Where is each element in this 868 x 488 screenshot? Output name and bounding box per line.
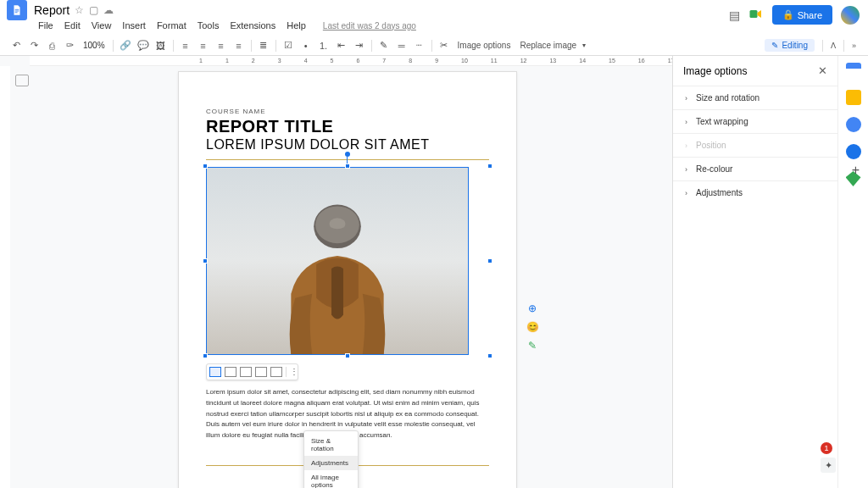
image-options-panel: Image options ✕ ›Size and rotation ›Text…	[672, 56, 837, 488]
line-spacing-icon[interactable]: ≣	[256, 38, 271, 53]
resize-handle[interactable]	[345, 353, 350, 358]
suggest-edit-icon[interactable]: ✎	[526, 339, 539, 352]
crop-icon[interactable]: ✂	[437, 38, 452, 53]
undo-icon[interactable]: ↶	[8, 38, 24, 53]
vertical-ruler[interactable]	[0, 66, 10, 488]
star-icon[interactable]: ☆	[75, 4, 84, 16]
cloud-icon[interactable]: ☁	[103, 4, 114, 16]
horizontal-ruler[interactable]: 11234567891011121314151617	[30, 56, 672, 66]
document-page[interactable]: COURSE NAME REPORT TITLE LOREM IPSUM DOL…	[178, 71, 517, 488]
panel-row-size-rotation[interactable]: ›Size and rotation	[673, 86, 837, 109]
rotate-handle[interactable]	[345, 152, 350, 157]
wrap-inline-icon[interactable]	[209, 367, 221, 377]
svg-rect-0	[15, 9, 19, 10]
resize-handle[interactable]	[487, 164, 492, 169]
menu-help[interactable]: Help	[282, 19, 310, 32]
svg-rect-3	[749, 10, 757, 18]
align-justify-icon[interactable]: ≡	[231, 38, 247, 53]
svg-rect-1	[15, 11, 19, 12]
resize-handle[interactable]	[203, 353, 208, 358]
comment-icon[interactable]: 💬	[136, 38, 151, 53]
calendar-icon[interactable]	[846, 63, 861, 78]
menu-extensions[interactable]: Extensions	[225, 19, 280, 32]
wrap-break-icon[interactable]	[240, 367, 252, 377]
meet-icon[interactable]	[748, 8, 764, 23]
pencil-icon: ✎	[771, 41, 778, 50]
image-context-menu: Size & rotation Adjustments All image op…	[303, 430, 359, 488]
outline-toggle-icon[interactable]	[15, 75, 29, 86]
menu-file[interactable]: File	[34, 19, 58, 32]
resize-handle[interactable]	[203, 164, 208, 169]
menu-edit[interactable]: Edit	[60, 19, 85, 32]
report-title-text: REPORT TITLE	[206, 117, 489, 136]
resize-handle[interactable]	[345, 164, 350, 169]
text-wrap-toolbar: ⋮	[206, 363, 298, 380]
menu-insert[interactable]: Insert	[118, 19, 150, 32]
wrap-text-icon[interactable]	[225, 367, 236, 377]
account-avatar[interactable]	[841, 6, 860, 25]
bulleted-list-icon[interactable]: •	[298, 38, 314, 53]
lock-icon: 🔒	[782, 9, 794, 20]
selected-image[interactable]	[206, 167, 489, 355]
keep-icon[interactable]	[846, 90, 861, 105]
divider-line	[206, 159, 489, 160]
panel-row-recolour[interactable]: ›Re-colour	[673, 157, 837, 180]
zoom-select[interactable]: 100%	[80, 41, 108, 50]
wrap-more-icon[interactable]: ⋮	[290, 367, 295, 377]
menu-all-image-options[interactable]: All image options	[304, 470, 358, 488]
menu-adjustments[interactable]: Adjustments	[304, 456, 358, 470]
paint-format-icon[interactable]: ✑	[62, 38, 77, 53]
wrap-behind-icon[interactable]	[255, 367, 267, 377]
add-comment-icon[interactable]: ⊕	[526, 302, 539, 315]
tasks-icon[interactable]	[846, 117, 861, 132]
panel-title: Image options	[683, 65, 747, 77]
align-right-icon[interactable]: ≡	[214, 38, 229, 53]
print-icon[interactable]: ⎙	[44, 38, 59, 53]
document-title[interactable]: Report	[34, 3, 70, 17]
decrease-indent-icon[interactable]: ⇤	[334, 38, 349, 53]
collapse-toolbar-icon[interactable]: ᐱ	[827, 42, 839, 50]
side-panel-rail	[837, 56, 868, 488]
menu-size-rotation[interactable]: Size & rotation	[304, 434, 358, 456]
menu-view[interactable]: View	[87, 19, 116, 32]
resize-handle[interactable]	[203, 258, 208, 263]
redo-icon[interactable]: ↷	[26, 38, 42, 53]
svg-rect-2	[15, 12, 18, 13]
border-dash-icon[interactable]: ┈	[412, 38, 427, 53]
panel-row-adjustments[interactable]: ›Adjustments	[673, 180, 837, 204]
comment-history-icon[interactable]: ▤	[729, 8, 740, 22]
toolbar: ↶ ↷ ⎙ ✑ 100% 🔗 💬 🖼 ≡ ≡ ≡ ≡ ≣ ☑ • 1. ⇤ ⇥ …	[0, 36, 868, 56]
border-weight-icon[interactable]: ═	[394, 38, 409, 53]
share-button[interactable]: 🔒 Share	[772, 5, 832, 25]
hide-sidebar-icon[interactable]: »	[849, 42, 860, 50]
editing-mode-button[interactable]: ✎ Editing	[765, 39, 815, 52]
course-name-text: COURSE NAME	[206, 108, 489, 115]
menu-format[interactable]: Format	[153, 19, 191, 32]
border-color-icon[interactable]: ✎	[376, 38, 392, 53]
menu-tools[interactable]: Tools	[193, 19, 224, 32]
increase-indent-icon[interactable]: ⇥	[352, 38, 367, 53]
numbered-list-icon[interactable]: 1.	[316, 38, 331, 53]
resize-handle[interactable]	[487, 258, 492, 263]
image-options-button[interactable]: Image options	[454, 41, 515, 50]
emoji-reaction-icon[interactable]: 😊	[526, 320, 539, 334]
explore-icon[interactable]: ✦	[821, 458, 836, 473]
align-center-icon[interactable]: ≡	[196, 38, 211, 53]
close-panel-icon[interactable]: ✕	[818, 64, 827, 77]
panel-row-text-wrapping[interactable]: ›Text wrapping	[673, 109, 837, 133]
insert-image-icon[interactable]: 🖼	[153, 38, 169, 53]
add-addon-icon[interactable]: +	[852, 163, 860, 178]
wrap-front-icon[interactable]	[270, 367, 282, 377]
resize-handle[interactable]	[487, 353, 492, 358]
last-edit-link[interactable]: Last edit was 2 days ago	[323, 21, 416, 30]
checklist-icon[interactable]: ☑	[281, 38, 296, 53]
move-icon[interactable]: ▢	[89, 4, 98, 16]
docs-logo[interactable]	[7, 0, 27, 20]
align-left-icon[interactable]: ≡	[178, 38, 193, 53]
contacts-icon[interactable]	[846, 144, 861, 159]
notification-badge[interactable]: 1	[821, 442, 832, 454]
replace-image-button[interactable]: Replace image	[516, 41, 580, 50]
report-subtitle-text: LOREM IPSUM DOLOR SIT AMET	[206, 137, 489, 152]
link-icon[interactable]: 🔗	[118, 38, 133, 53]
panel-row-position: ›Position	[673, 133, 837, 157]
